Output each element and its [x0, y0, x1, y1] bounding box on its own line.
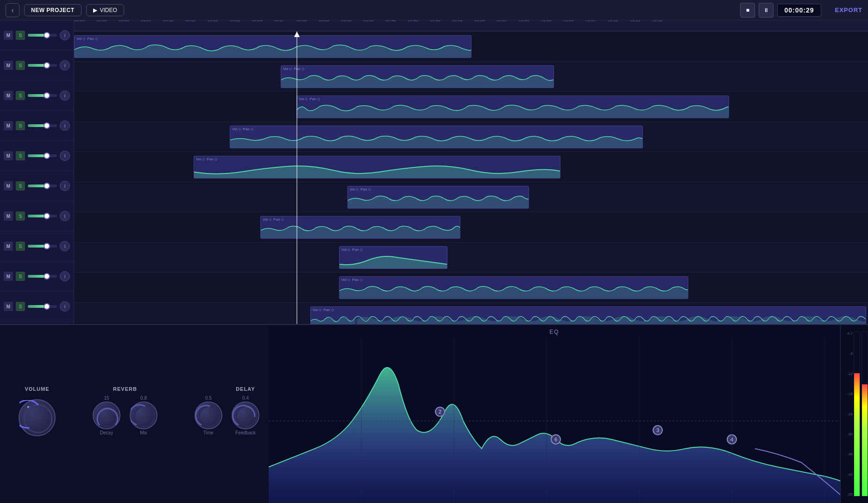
track-lane-10[interactable]: Vol ◇Pan ◇ — [74, 303, 868, 324]
video-button[interactable]: ▶ VIDEO — [86, 4, 124, 16]
info-button-4[interactable]: i — [60, 121, 70, 131]
track-lane-1[interactable]: Vol ◇Pan ◇ — [74, 32, 868, 62]
track-lane-4[interactable]: Vol ◇Pan ◇ — [74, 122, 868, 152]
reverb-group: REVERB 15 Decay 0.8 — [93, 386, 157, 435]
fader-track-4[interactable] — [28, 124, 57, 127]
solo-button-4[interactable]: S — [16, 121, 25, 130]
vu-level-label-1: -8 — [849, 351, 853, 356]
track-lane-9[interactable]: Vol ◇Pan ◇ — [74, 273, 868, 303]
fader-track-8[interactable] — [28, 245, 57, 248]
reverb-mix-wrapper: 0.8 Mix — [130, 395, 157, 435]
transport-controls: ■ ⏸ 00:00:29 — [740, 3, 821, 18]
reverb-knobs: 15 Decay 0.8 — [93, 395, 157, 435]
reverb-mix-label: Mix — [140, 430, 147, 435]
fader-track-9[interactable] — [28, 275, 57, 278]
new-project-button[interactable]: NEW PROJECT — [24, 4, 82, 16]
track-control-1: M S i — [0, 20, 74, 51]
track-lane-6[interactable]: Vol ◇Pan ◇ — [74, 182, 868, 212]
fader-track-10[interactable] — [28, 305, 57, 308]
delay-time-knob[interactable] — [195, 401, 222, 429]
info-button-2[interactable]: i — [60, 60, 70, 70]
track-control-6: M S i — [0, 171, 74, 201]
info-button-3[interactable]: i — [60, 90, 70, 101]
mute-button-6[interactable]: M — [4, 181, 13, 191]
vu-level-label-5: -30 — [847, 432, 853, 436]
solo-button-2[interactable]: S — [16, 61, 25, 70]
vu-level-label-0: -5.7 — [846, 331, 853, 336]
eq-title: EQ — [549, 329, 559, 335]
solo-button-3[interactable]: S — [16, 91, 25, 100]
timeline-area: /* SVG ruler marks rendered inline below… — [74, 20, 868, 324]
back-button[interactable]: ‹ — [6, 3, 19, 17]
pause-button[interactable]: ⏸ — [759, 3, 774, 18]
info-button-7[interactable]: i — [60, 211, 70, 221]
vu-level-label-8: -55 — [847, 492, 853, 497]
solo-button-5[interactable]: S — [16, 151, 25, 160]
mute-button-4[interactable]: M — [4, 121, 13, 130]
bottom-panel: VOLUME REVERB 15 — [0, 324, 868, 503]
volume-label: VOLUME — [25, 386, 49, 392]
solo-button-6[interactable]: S — [16, 181, 25, 191]
track-lane-2[interactable]: Vol ◇Pan ◇ — [74, 62, 868, 92]
solo-button-8[interactable]: S — [16, 242, 25, 251]
solo-button-9[interactable]: S — [16, 272, 25, 281]
delay-feedback-knob[interactable] — [232, 401, 259, 429]
fader-track-1[interactable] — [28, 34, 57, 37]
delay-feedback-wrapper: 0.4 Feedback — [232, 395, 259, 435]
eq-panel: EQ 2 6 3 4 — [269, 325, 840, 503]
volume-group: VOLUME — [19, 386, 56, 436]
track-lane-5[interactable]: Vol ◇Pan ◇ — [74, 152, 868, 182]
fader-track-6[interactable] — [28, 185, 57, 187]
fader-track-7[interactable] — [28, 215, 57, 217]
mute-button-5[interactable]: M — [4, 151, 13, 160]
stop-button[interactable]: ■ — [740, 3, 755, 18]
reverb-decay-label: Decay — [100, 430, 113, 435]
solo-button-1[interactable]: S — [16, 31, 25, 40]
info-button-1[interactable]: i — [60, 30, 70, 40]
track-control-7: M S i — [0, 201, 74, 231]
info-button-6[interactable]: i — [60, 181, 70, 191]
vu-level-label-7: -42 — [847, 472, 853, 477]
track-control-4: M S i — [0, 111, 74, 141]
track-lane-7[interactable]: Vol ◇Pan ◇ — [74, 212, 868, 242]
volume-knob[interactable] — [19, 399, 56, 436]
video-icon: ▶ — [93, 7, 97, 13]
export-button[interactable]: EXPORT — [835, 6, 862, 13]
reverb-decay-wrapper: 15 Decay — [93, 395, 120, 435]
mute-button-3[interactable]: M — [4, 91, 13, 100]
mute-button-9[interactable]: M — [4, 272, 13, 281]
fader-track-5[interactable] — [28, 154, 57, 157]
header: ‹ NEW PROJECT ▶ VIDEO ■ ⏸ 00:00:29 EXPOR… — [0, 0, 868, 20]
info-button-8[interactable]: i — [60, 241, 70, 251]
solo-button-7[interactable]: S — [16, 211, 25, 221]
svg-text:2: 2 — [439, 409, 441, 414]
svg-point-5 — [236, 406, 257, 427]
reverb-decay-knob[interactable] — [93, 401, 120, 429]
mute-button-7[interactable]: M — [4, 211, 13, 221]
delay-label: DELAY — [236, 386, 255, 392]
track-control-9: M S i — [0, 261, 74, 292]
svg-text:3: 3 — [656, 427, 659, 433]
track-control-10: M S i — [0, 292, 74, 322]
reverb-mix-knob[interactable] — [130, 401, 157, 429]
track-lane-8[interactable]: Vol ◇Pan ◇ — [74, 242, 868, 273]
track-lane-3[interactable]: Vol ◇Pan ◇ — [74, 92, 868, 122]
mute-button-2[interactable]: M — [4, 61, 13, 70]
fader-track-2[interactable] — [28, 64, 57, 67]
track-area: M S i M S i M S i M — [0, 20, 868, 324]
tracks-container: Vol ◇Pan ◇ Vol ◇Pan ◇ — [74, 32, 868, 324]
track-controls: M S i M S i M S i M — [0, 20, 74, 324]
vu-meter-panel: -5.7 -8 -12 -18 -24 -30 -36 -42 -55 — [840, 325, 868, 503]
info-button-9[interactable]: i — [60, 271, 70, 281]
vu-level-label-3: -18 — [847, 392, 853, 396]
solo-button-10[interactable]: S — [16, 302, 25, 311]
mute-button-1[interactable]: M — [4, 31, 13, 40]
eq-visualization[interactable]: 2 6 3 4 — [269, 338, 840, 503]
fader-track-3[interactable] — [28, 94, 57, 97]
track-control-8: M S i — [0, 231, 74, 261]
mute-button-10[interactable]: M — [4, 302, 13, 311]
track-control-5: M S i — [0, 141, 74, 171]
info-button-5[interactable]: i — [60, 151, 70, 161]
mute-button-8[interactable]: M — [4, 242, 13, 251]
info-button-10[interactable]: i — [60, 301, 70, 312]
